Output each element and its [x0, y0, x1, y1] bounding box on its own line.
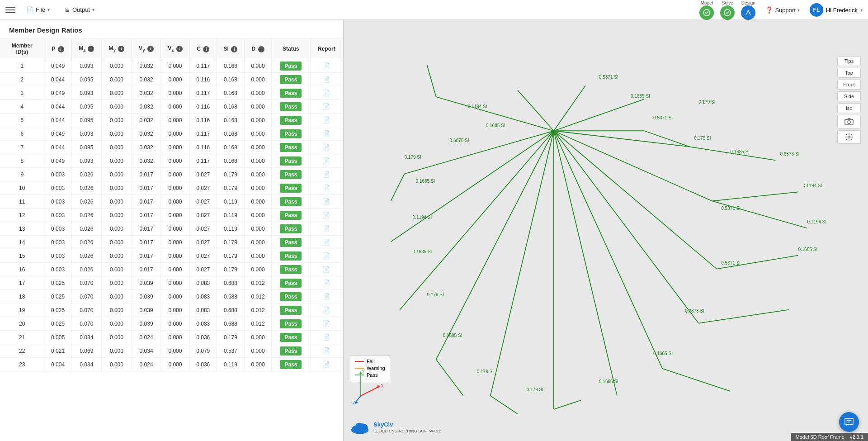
cell-report[interactable]: 📄	[310, 276, 343, 290]
table-row[interactable]: 10 0.003 0.026 0.000 0.017 0.000 0.027 0…	[0, 181, 343, 195]
report-icon[interactable]: 📄	[323, 347, 330, 354]
table-row[interactable]: 8 0.049 0.093 0.000 0.032 0.000 0.117 0.…	[0, 154, 343, 168]
table-row[interactable]: 1 0.049 0.093 0.000 0.032 0.000 0.117 0.…	[0, 59, 343, 73]
user-menu[interactable]: FL Hi Frederick ▾	[810, 3, 863, 17]
front-view-btn[interactable]: Front	[837, 80, 861, 90]
table-row[interactable]: 16 0.003 0.026 0.000 0.017 0.000 0.027 0…	[0, 263, 343, 276]
table-row[interactable]: 11 0.003 0.026 0.000 0.017 0.000 0.027 0…	[0, 195, 343, 209]
table-row[interactable]: 3 0.049 0.093 0.000 0.032 0.000 0.117 0.…	[0, 86, 343, 100]
table-row[interactable]: 13 0.003 0.026 0.000 0.017 0.000 0.027 0…	[0, 222, 343, 236]
my-info-icon[interactable]: i	[118, 46, 124, 52]
table-row[interactable]: 19 0.025 0.070 0.000 0.039 0.000 0.083 0…	[0, 303, 343, 317]
report-icon[interactable]: 📄	[323, 225, 330, 232]
report-icon[interactable]: 📄	[323, 62, 330, 69]
report-icon[interactable]: 📄	[323, 334, 330, 341]
report-icon[interactable]: 📄	[323, 171, 330, 178]
camera-btn[interactable]	[837, 115, 861, 128]
cell-SI: 0.179	[217, 263, 244, 276]
table-row[interactable]: 22 0.021 0.069 0.000 0.034 0.000 0.079 0…	[0, 344, 343, 358]
cell-report[interactable]: 📄	[310, 73, 343, 86]
report-icon[interactable]: 📄	[323, 198, 330, 205]
cell-report[interactable]: 📄	[310, 303, 343, 317]
cell-report[interactable]: 📄	[310, 263, 343, 276]
cell-report[interactable]: 📄	[310, 141, 343, 154]
chat-bubble[interactable]	[839, 412, 859, 432]
table-row[interactable]: 21 0.005 0.034 0.000 0.024 0.000 0.036 0…	[0, 331, 343, 344]
report-icon[interactable]: 📄	[323, 185, 330, 191]
cell-Vy: 0.032	[132, 114, 160, 127]
cell-report[interactable]: 📄	[310, 209, 343, 222]
report-icon[interactable]: 📄	[323, 293, 330, 300]
report-icon[interactable]: 📄	[323, 130, 330, 137]
tips-btn[interactable]: Tips	[837, 56, 861, 66]
si-info-icon[interactable]: i	[231, 46, 237, 52]
cell-report[interactable]: 📄	[310, 236, 343, 249]
c-info-icon[interactable]: i	[203, 46, 209, 52]
table-row[interactable]: 18 0.025 0.070 0.000 0.039 0.000 0.083 0…	[0, 290, 343, 303]
file-menu[interactable]: 📄 File ▾	[23, 5, 53, 15]
cell-report[interactable]: 📄	[310, 358, 343, 371]
report-icon[interactable]: 📄	[323, 90, 330, 96]
report-icon[interactable]: 📄	[323, 361, 330, 368]
table-row[interactable]: 14 0.003 0.026 0.000 0.017 0.000 0.027 0…	[0, 236, 343, 249]
cell-report[interactable]: 📄	[310, 249, 343, 263]
mz-info-icon[interactable]: i	[88, 46, 94, 52]
cell-report[interactable]: 📄	[310, 290, 343, 303]
table-container[interactable]: MemberID(s) P i Mz i My i Vy i Vz i C i …	[0, 39, 343, 441]
report-icon[interactable]: 📄	[323, 212, 330, 218]
cell-report[interactable]: 📄	[310, 86, 343, 100]
report-icon[interactable]: 📄	[323, 320, 330, 327]
support-menu[interactable]: ❓ Support ▾	[762, 5, 803, 15]
d-info-icon[interactable]: i	[258, 46, 264, 52]
settings-view-btn[interactable]	[837, 130, 861, 144]
cell-report[interactable]: 📄	[310, 114, 343, 127]
table-row[interactable]: 9 0.003 0.026 0.000 0.017 0.000 0.027 0.…	[0, 168, 343, 181]
iso-view-btn[interactable]: Iso	[837, 103, 861, 113]
cell-report[interactable]: 📄	[310, 100, 343, 114]
canvas-area[interactable]: 0.1194 SI 0.5371 SI 0.5371 SI 0.179 SI 0…	[344, 20, 868, 441]
vz-info-icon[interactable]: i	[176, 46, 183, 52]
step-design-btn[interactable]	[741, 5, 755, 20]
table-row[interactable]: 17 0.025 0.070 0.000 0.039 0.000 0.083 0…	[0, 276, 343, 290]
table-row[interactable]: 5 0.044 0.095 0.000 0.032 0.000 0.116 0.…	[0, 114, 343, 127]
table-row[interactable]: 6 0.049 0.093 0.000 0.032 0.000 0.117 0.…	[0, 127, 343, 141]
cell-report[interactable]: 📄	[310, 195, 343, 209]
cell-report[interactable]: 📄	[310, 154, 343, 168]
cell-D: 0.000	[245, 73, 272, 86]
p-info-icon[interactable]: i	[58, 46, 64, 52]
report-icon[interactable]: 📄	[323, 157, 330, 164]
table-row[interactable]: 12 0.003 0.026 0.000 0.017 0.000 0.027 0…	[0, 209, 343, 222]
cell-report[interactable]: 📄	[310, 344, 343, 358]
cell-report[interactable]: 📄	[310, 181, 343, 195]
report-icon[interactable]: 📄	[323, 103, 330, 110]
cell-report[interactable]: 📄	[310, 222, 343, 236]
report-icon[interactable]: 📄	[323, 144, 330, 151]
step-model-btn[interactable]	[699, 5, 714, 20]
top-view-btn[interactable]: Top	[837, 68, 861, 78]
vy-info-icon[interactable]: i	[147, 46, 154, 52]
table-row[interactable]: 23 0.004 0.034 0.000 0.024 0.000 0.036 0…	[0, 358, 343, 371]
report-icon[interactable]: 📄	[323, 266, 330, 273]
report-icon[interactable]: 📄	[323, 117, 330, 123]
cell-report[interactable]: 📄	[310, 127, 343, 141]
report-icon[interactable]: 📄	[323, 76, 330, 83]
table-row[interactable]: 4 0.044 0.095 0.000 0.032 0.000 0.116 0.…	[0, 100, 343, 114]
report-icon[interactable]: 📄	[323, 307, 330, 313]
report-icon[interactable]: 📄	[323, 280, 330, 286]
cell-My: 0.000	[101, 303, 132, 317]
step-solve-btn[interactable]	[720, 5, 735, 20]
output-menu[interactable]: 🖥 Output ▾	[61, 5, 98, 15]
report-icon[interactable]: 📄	[323, 252, 330, 259]
table-row[interactable]: 20 0.025 0.070 0.000 0.039 0.000 0.083 0…	[0, 317, 343, 331]
cell-report[interactable]: 📄	[310, 331, 343, 344]
cell-My: 0.000	[101, 236, 132, 249]
report-icon[interactable]: 📄	[323, 239, 330, 246]
cell-report[interactable]: 📄	[310, 168, 343, 181]
table-row[interactable]: 15 0.003 0.026 0.000 0.017 0.000 0.027 0…	[0, 249, 343, 263]
table-row[interactable]: 2 0.044 0.095 0.000 0.032 0.000 0.116 0.…	[0, 73, 343, 86]
cell-report[interactable]: 📄	[310, 317, 343, 331]
side-view-btn[interactable]: Side	[837, 91, 861, 101]
table-row[interactable]: 7 0.044 0.095 0.000 0.032 0.000 0.116 0.…	[0, 141, 343, 154]
hamburger-menu[interactable]	[5, 5, 15, 15]
cell-report[interactable]: 📄	[310, 59, 343, 73]
